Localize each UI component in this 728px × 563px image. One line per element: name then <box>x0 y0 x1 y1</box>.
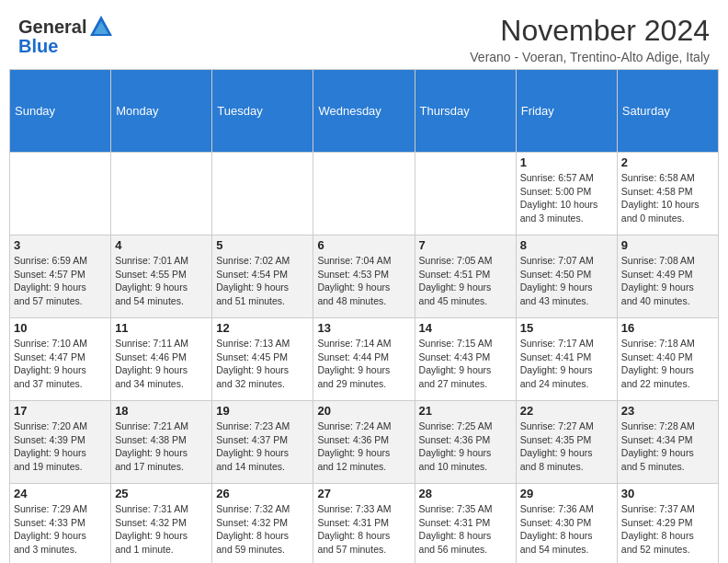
day-info: Sunrise: 7:08 AM Sunset: 4:49 PM Dayligh… <box>621 254 714 308</box>
col-sunday: Sunday <box>10 70 111 153</box>
day-info: Sunrise: 7:10 AM Sunset: 4:47 PM Dayligh… <box>14 337 107 391</box>
table-row: 10Sunrise: 7:10 AM Sunset: 4:47 PM Dayli… <box>10 318 111 401</box>
day-number: 4 <box>115 238 208 252</box>
day-number: 29 <box>520 487 613 500</box>
day-info: Sunrise: 7:28 AM Sunset: 4:34 PM Dayligh… <box>621 419 714 474</box>
day-number: 11 <box>115 321 208 335</box>
day-info: Sunrise: 7:02 AM Sunset: 4:54 PM Dayligh… <box>216 254 309 308</box>
table-row: 18Sunrise: 7:21 AM Sunset: 4:38 PM Dayli… <box>111 401 212 484</box>
day-number: 7 <box>419 238 512 252</box>
day-number: 27 <box>317 487 410 500</box>
day-number: 30 <box>621 487 714 500</box>
logo-general-text: General <box>18 17 86 38</box>
table-row: 1Sunrise: 6:57 AM Sunset: 5:00 PM Daylig… <box>516 153 617 236</box>
day-number: 10 <box>14 321 107 335</box>
table-row: 23Sunrise: 7:28 AM Sunset: 4:34 PM Dayli… <box>617 401 718 484</box>
col-thursday: Thursday <box>415 70 516 153</box>
day-info: Sunrise: 7:15 AM Sunset: 4:43 PM Dayligh… <box>419 337 512 391</box>
table-row: 3Sunrise: 6:59 AM Sunset: 4:57 PM Daylig… <box>10 236 111 318</box>
table-row: 11Sunrise: 7:11 AM Sunset: 4:46 PM Dayli… <box>111 318 212 401</box>
day-number: 25 <box>115 487 208 500</box>
col-monday: Monday <box>111 70 212 153</box>
day-info: Sunrise: 7:27 AM Sunset: 4:35 PM Dayligh… <box>520 419 613 474</box>
table-row: 5Sunrise: 7:02 AM Sunset: 4:54 PM Daylig… <box>212 236 313 318</box>
day-number: 3 <box>14 238 107 252</box>
day-info: Sunrise: 7:17 AM Sunset: 4:41 PM Dayligh… <box>520 337 613 391</box>
table-row: 7Sunrise: 7:05 AM Sunset: 4:51 PM Daylig… <box>415 236 516 318</box>
table-row: 17Sunrise: 7:20 AM Sunset: 4:39 PM Dayli… <box>10 401 111 484</box>
day-number: 6 <box>317 238 410 252</box>
day-number: 23 <box>621 404 714 418</box>
day-info: Sunrise: 7:11 AM Sunset: 4:46 PM Dayligh… <box>115 337 208 391</box>
col-wednesday: Wednesday <box>313 70 415 153</box>
table-row: 27Sunrise: 7:33 AM Sunset: 4:31 PM Dayli… <box>313 484 415 564</box>
calendar-row: 3Sunrise: 6:59 AM Sunset: 4:57 PM Daylig… <box>10 236 719 318</box>
day-info: Sunrise: 7:01 AM Sunset: 4:55 PM Dayligh… <box>115 254 208 308</box>
table-row: 9Sunrise: 7:08 AM Sunset: 4:49 PM Daylig… <box>617 236 718 318</box>
subtitle: Verano - Voeran, Trentino-Alto Adige, It… <box>470 50 710 64</box>
day-number: 18 <box>115 404 208 418</box>
table-row: 22Sunrise: 7:27 AM Sunset: 4:35 PM Dayli… <box>516 401 617 484</box>
table-row <box>111 153 212 236</box>
table-row: 6Sunrise: 7:04 AM Sunset: 4:53 PM Daylig… <box>313 236 415 318</box>
day-info: Sunrise: 7:07 AM Sunset: 4:50 PM Dayligh… <box>520 254 613 308</box>
table-row: 19Sunrise: 7:23 AM Sunset: 4:37 PM Dayli… <box>212 401 313 484</box>
day-number: 16 <box>621 321 714 335</box>
table-row <box>10 153 111 236</box>
calendar-row: 17Sunrise: 7:20 AM Sunset: 4:39 PM Dayli… <box>10 401 719 484</box>
table-row: 2Sunrise: 6:58 AM Sunset: 4:58 PM Daylig… <box>617 153 718 236</box>
day-info: Sunrise: 6:57 AM Sunset: 5:00 PM Dayligh… <box>520 171 613 225</box>
month-title: November 2024 <box>470 14 710 48</box>
day-number: 24 <box>14 487 107 500</box>
day-number: 22 <box>520 404 613 418</box>
table-row: 16Sunrise: 7:18 AM Sunset: 4:40 PM Dayli… <box>617 318 718 401</box>
day-number: 19 <box>216 404 309 418</box>
day-number: 1 <box>520 155 613 169</box>
day-number: 5 <box>216 238 309 252</box>
table-row: 24Sunrise: 7:29 AM Sunset: 4:33 PM Dayli… <box>10 484 111 564</box>
table-row <box>212 153 313 236</box>
calendar: Sunday Monday Tuesday Wednesday Thursday… <box>9 69 719 563</box>
day-info: Sunrise: 7:05 AM Sunset: 4:51 PM Dayligh… <box>419 254 512 308</box>
col-friday: Friday <box>516 70 617 153</box>
day-info: Sunrise: 7:20 AM Sunset: 4:39 PM Dayligh… <box>14 419 107 474</box>
logo-blue-text: Blue <box>18 36 114 57</box>
day-info: Sunrise: 7:36 AM Sunset: 4:30 PM Dayligh… <box>520 502 613 557</box>
day-info: Sunrise: 7:37 AM Sunset: 4:29 PM Dayligh… <box>621 502 714 557</box>
table-row <box>415 153 516 236</box>
day-info: Sunrise: 7:25 AM Sunset: 4:36 PM Dayligh… <box>419 419 512 474</box>
day-info: Sunrise: 7:04 AM Sunset: 4:53 PM Dayligh… <box>317 254 410 308</box>
col-tuesday: Tuesday <box>212 70 313 153</box>
day-number: 20 <box>317 404 410 418</box>
day-info: Sunrise: 7:14 AM Sunset: 4:44 PM Dayligh… <box>317 337 410 391</box>
table-row: 14Sunrise: 7:15 AM Sunset: 4:43 PM Dayli… <box>415 318 516 401</box>
day-info: Sunrise: 7:31 AM Sunset: 4:32 PM Dayligh… <box>115 502 208 557</box>
day-info: Sunrise: 7:29 AM Sunset: 4:33 PM Dayligh… <box>14 502 107 557</box>
table-row: 26Sunrise: 7:32 AM Sunset: 4:32 PM Dayli… <box>212 484 313 564</box>
day-number: 12 <box>216 321 309 335</box>
table-row: 13Sunrise: 7:14 AM Sunset: 4:44 PM Dayli… <box>313 318 415 401</box>
day-info: Sunrise: 7:35 AM Sunset: 4:31 PM Dayligh… <box>419 502 512 557</box>
day-number: 8 <box>520 238 613 252</box>
day-number: 17 <box>14 404 107 418</box>
day-info: Sunrise: 7:21 AM Sunset: 4:38 PM Dayligh… <box>115 419 208 474</box>
logo: General Blue <box>18 14 114 57</box>
day-number: 9 <box>621 238 714 252</box>
calendar-row: 1Sunrise: 6:57 AM Sunset: 5:00 PM Daylig… <box>10 153 719 236</box>
day-info: Sunrise: 6:59 AM Sunset: 4:57 PM Dayligh… <box>14 254 107 308</box>
day-number: 13 <box>317 321 410 335</box>
title-section: November 2024 Verano - Voeran, Trentino-… <box>470 14 710 64</box>
day-number: 15 <box>520 321 613 335</box>
table-row: 15Sunrise: 7:17 AM Sunset: 4:41 PM Dayli… <box>516 318 617 401</box>
col-saturday: Saturday <box>617 70 718 153</box>
table-row: 25Sunrise: 7:31 AM Sunset: 4:32 PM Dayli… <box>111 484 212 564</box>
day-number: 14 <box>419 321 512 335</box>
table-row: 28Sunrise: 7:35 AM Sunset: 4:31 PM Dayli… <box>415 484 516 564</box>
table-row: 4Sunrise: 7:01 AM Sunset: 4:55 PM Daylig… <box>111 236 212 318</box>
day-number: 2 <box>621 155 714 169</box>
day-info: Sunrise: 7:18 AM Sunset: 4:40 PM Dayligh… <box>621 337 714 391</box>
table-row: 30Sunrise: 7:37 AM Sunset: 4:29 PM Dayli… <box>617 484 718 564</box>
day-info: Sunrise: 7:23 AM Sunset: 4:37 PM Dayligh… <box>216 419 309 474</box>
calendar-row: 10Sunrise: 7:10 AM Sunset: 4:47 PM Dayli… <box>10 318 719 401</box>
header: General Blue November 2024 Verano - Voer… <box>0 0 728 69</box>
